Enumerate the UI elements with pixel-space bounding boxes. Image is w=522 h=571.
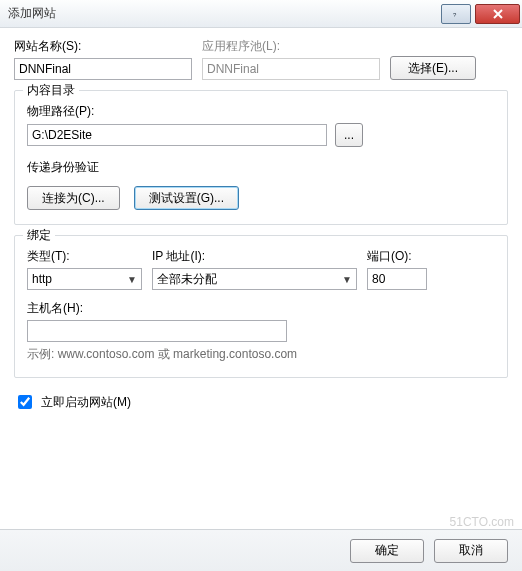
site-name-input[interactable] bbox=[14, 58, 192, 80]
ok-button[interactable]: 确定 bbox=[350, 539, 424, 563]
site-name-label: 网站名称(S): bbox=[14, 38, 192, 55]
help-button[interactable]: ? bbox=[441, 4, 471, 24]
content-legend: 内容目录 bbox=[23, 82, 79, 99]
close-button[interactable] bbox=[475, 4, 520, 24]
window-title: 添加网站 bbox=[8, 5, 441, 22]
ip-value: 全部未分配 bbox=[157, 271, 217, 288]
close-icon bbox=[492, 8, 504, 20]
cancel-button[interactable]: 取消 bbox=[434, 539, 508, 563]
port-label: 端口(O): bbox=[367, 248, 427, 265]
chevron-down-icon: ▼ bbox=[342, 274, 352, 285]
select-apppool-button[interactable]: 选择(E)... bbox=[390, 56, 476, 80]
physical-path-input[interactable] bbox=[27, 124, 327, 146]
hostname-hint: 示例: www.contoso.com 或 marketing.contoso.… bbox=[27, 346, 495, 363]
binding-legend: 绑定 bbox=[23, 227, 55, 244]
physical-path-label: 物理路径(P): bbox=[27, 104, 94, 118]
chevron-down-icon: ▼ bbox=[127, 274, 137, 285]
type-label: 类型(T): bbox=[27, 248, 142, 265]
port-input[interactable] bbox=[367, 268, 427, 290]
hostname-input[interactable] bbox=[27, 320, 287, 342]
apppool-input bbox=[202, 58, 380, 80]
start-now-checkbox-row[interactable]: 立即启动网站(M) bbox=[14, 392, 508, 412]
start-now-label: 立即启动网站(M) bbox=[41, 394, 131, 411]
test-settings-button[interactable]: 测试设置(G)... bbox=[134, 186, 239, 210]
apppool-label: 应用程序池(L): bbox=[202, 38, 380, 55]
type-value: http bbox=[32, 272, 52, 286]
type-select[interactable]: http ▼ bbox=[27, 268, 142, 290]
dialog-body: 网站名称(S): 应用程序池(L): 选择(E)... 内容目录 物理路径(P)… bbox=[0, 28, 522, 462]
browse-path-button[interactable]: ... bbox=[335, 123, 363, 147]
binding-group: 绑定 类型(T): http ▼ IP 地址(I): 全部未分配 ▼ 端口(O)… bbox=[14, 235, 508, 378]
dialog-footer: 确定 取消 bbox=[0, 529, 522, 571]
hostname-label: 主机名(H): bbox=[27, 300, 287, 317]
help-icon: ? bbox=[450, 8, 462, 20]
ip-label: IP 地址(I): bbox=[152, 248, 357, 265]
start-now-checkbox[interactable] bbox=[18, 395, 32, 409]
auth-label: 传递身份验证 bbox=[27, 159, 495, 176]
ip-select[interactable]: 全部未分配 ▼ bbox=[152, 268, 357, 290]
content-group: 内容目录 物理路径(P): ... 传递身份验证 连接为(C)... 测试设置(… bbox=[14, 90, 508, 225]
connect-as-button[interactable]: 连接为(C)... bbox=[27, 186, 120, 210]
titlebar: 添加网站 ? bbox=[0, 0, 522, 28]
svg-text:?: ? bbox=[453, 12, 457, 18]
